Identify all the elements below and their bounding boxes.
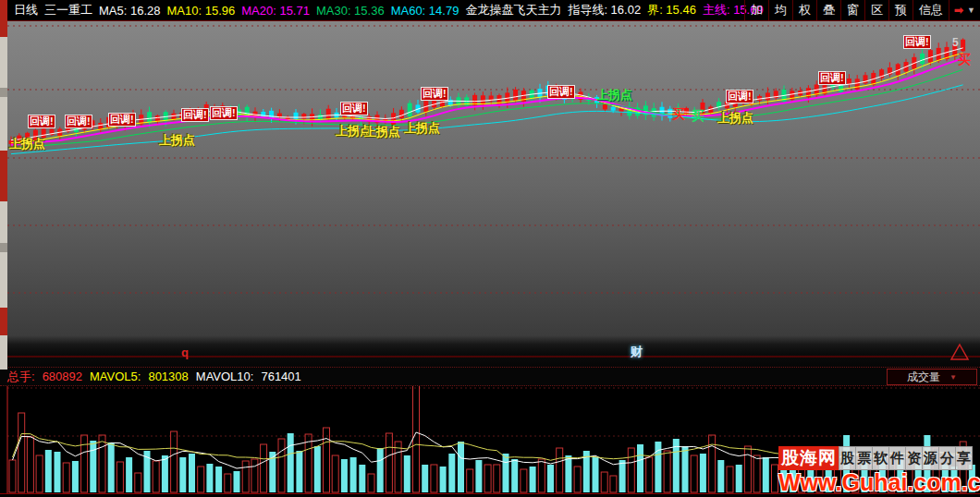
left-toolbar-segment[interactable] <box>0 252 7 308</box>
overlay-button[interactable]: 叠 <box>816 0 840 20</box>
ma10-label: MA10: 15.96 <box>167 4 236 18</box>
pullback-annotation: 回调! <box>28 115 55 128</box>
pullback-annotation: 回调! <box>726 90 753 103</box>
mavol5-value: 801308 <box>148 370 188 383</box>
pullback-annotation: 回调! <box>818 71 846 85</box>
watermark-tagline-char: 分 <box>938 446 956 470</box>
rights-button[interactable]: 权 <box>792 0 816 20</box>
ma20-label: MA20: 15.71 <box>241 4 310 18</box>
volume-selector-label: 成交量 <box>907 370 940 385</box>
triangle-icon[interactable] <box>949 342 971 362</box>
ma-line-MA5 <box>11 48 963 140</box>
left-toolbar-segment[interactable] <box>0 335 7 370</box>
boundary-label: 界: 15.46 <box>647 2 696 18</box>
volume-header-bar: 总手: 680892 MAVOL5: 801308 MAVOL10: 76140… <box>0 367 980 386</box>
turn-point-annotation: 上拐点 <box>404 122 440 134</box>
volume-indicator-selector[interactable]: 成交量 ▼ <box>887 369 977 385</box>
total-hands-value: 680892 <box>43 370 82 383</box>
mavol5-label: MAVOL5: <box>90 370 141 383</box>
left-toolbar-segment[interactable] <box>0 37 7 88</box>
turn-point-annotation: 上拐点 <box>159 134 195 146</box>
chevron-down-icon[interactable]: ▼ <box>967 6 975 15</box>
pullback-annotation: 回调! <box>421 87 448 101</box>
watermark-tagline-char: 票 <box>855 446 873 470</box>
add-button[interactable]: 加 <box>744 0 768 20</box>
jump-icon[interactable]: ➡ <box>954 4 963 17</box>
indicator-name: 金龙操盘飞天主力 <box>465 2 561 18</box>
total-hands-label: 总手: <box>7 369 35 385</box>
watermark-tagline: 股票软件资源分享 <box>839 446 973 470</box>
stock-name[interactable]: 三一重工 <box>44 2 92 18</box>
ma-line-MA60 <box>11 85 963 154</box>
pullback-annotation: 回调! <box>340 102 368 115</box>
ma60-label: MA60: 14.79 <box>391 4 459 18</box>
buy-marker: 买 <box>958 54 971 66</box>
q-marker: q <box>181 345 189 359</box>
pullback-annotation: 回调! <box>181 108 209 122</box>
buy-marker: 买 <box>692 110 704 122</box>
turn-point-annotation: 上拐点 <box>596 89 632 101</box>
watermark-tagline-char: 享 <box>955 446 973 470</box>
ma30-label: MA30: 15.36 <box>316 4 385 18</box>
average-button[interactable]: 均 <box>768 0 792 20</box>
watermark-url: Www.Guhai.com.cn <box>778 470 980 495</box>
left-toolbar-segment[interactable] <box>0 308 7 335</box>
topbar-button-group: 加 均 权 叠 窗 区 预 信息 ➡ ▼ <box>744 0 980 20</box>
number-label: 5 <box>952 37 959 49</box>
pullback-annotation: 回调! <box>903 35 931 49</box>
left-toolbar-segment[interactable] <box>0 97 7 151</box>
app-window: 日线 三一重工 MA5: 16.28 MA10: 15.96 MA20: 15.… <box>0 0 980 497</box>
zone-button[interactable]: 区 <box>864 0 888 20</box>
forecast-button[interactable]: 预 <box>888 0 913 20</box>
left-toolbar[interactable] <box>0 0 7 370</box>
turn-point-annotation: 上拐点 <box>364 126 400 138</box>
turn-point-annotation: 上拐点 <box>9 138 45 150</box>
watermark-tagline-char: 股 <box>839 446 856 470</box>
left-toolbar-segment[interactable] <box>0 0 7 37</box>
watermark: 股海网 股票软件资源分享 Www.Guhai.com.cn <box>778 446 980 495</box>
guide-line-label: 指导线: 16.02 <box>568 2 641 18</box>
cai-marker: 财 <box>631 344 643 360</box>
mavol10-label: MAVOL10: <box>196 370 254 383</box>
pullback-annotation: 回调! <box>210 106 238 120</box>
chevron-down-icon: ▼ <box>949 373 957 382</box>
period-label[interactable]: 日线 <box>14 2 38 18</box>
left-toolbar-segment[interactable] <box>0 243 7 252</box>
ma5-label: MA5: 16.28 <box>99 4 161 18</box>
pullback-annotation: 回调! <box>108 113 136 127</box>
window-button[interactable]: 窗 <box>840 0 864 20</box>
left-toolbar-segment[interactable] <box>0 88 7 97</box>
top-status-bar: 日线 三一重工 MA5: 16.28 MA10: 15.96 MA20: 15.… <box>7 0 980 21</box>
watermark-tagline-char: 源 <box>922 446 939 470</box>
watermark-tagline-char: 件 <box>888 446 906 470</box>
watermark-brand: 股海网 <box>778 446 839 470</box>
watermark-tagline-char: 软 <box>872 446 889 470</box>
left-toolbar-segment[interactable] <box>0 151 7 201</box>
mavol10-value: 761401 <box>261 370 300 383</box>
buy-marker: 买 <box>672 108 685 120</box>
left-toolbar-segment[interactable] <box>0 201 7 243</box>
info-button[interactable]: 信息 <box>913 0 949 20</box>
turn-point-annotation: 上拐点 <box>717 112 753 124</box>
pullback-annotation: 回调! <box>547 85 575 99</box>
watermark-tagline-char: 资 <box>905 446 923 470</box>
pullback-annotation: 回调! <box>65 115 92 128</box>
